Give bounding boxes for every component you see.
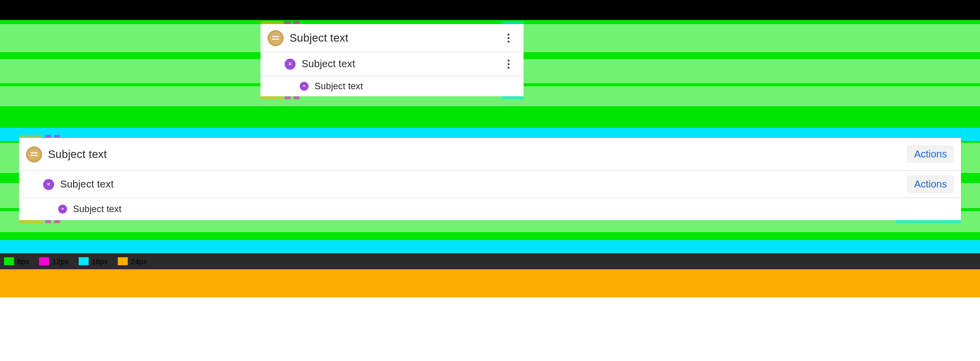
avatar-icon: = — [58, 205, 67, 214]
avatar-lines-icon — [272, 36, 279, 40]
more-options-button[interactable] — [501, 56, 517, 72]
legend-item: 24px — [118, 257, 147, 266]
row-subject: Subject text — [60, 178, 907, 190]
legend-swatch-cyan — [79, 257, 89, 265]
list-row[interactable]: Subject text Actions — [19, 138, 961, 171]
avatar-icon: = — [285, 59, 296, 70]
list-row[interactable]: = Subject text Actions — [19, 171, 961, 198]
trailing-actions: Actions — [907, 145, 954, 163]
more-options-button[interactable] — [501, 30, 517, 46]
legend-item: 8px — [4, 257, 29, 266]
row-subject: Subject text — [302, 58, 501, 70]
avatar-icon: = — [43, 179, 54, 190]
list-row[interactable]: = Subject text — [261, 76, 524, 96]
avatar-icon: = — [300, 82, 309, 91]
list-row[interactable]: = Subject text — [19, 198, 961, 220]
legend-bar: 8px 12px 16px 24px — [0, 253, 980, 269]
wide-list-section: Subject text Actions = Subject text Acti… — [0, 128, 980, 253]
legend-swatch-orange — [118, 257, 128, 265]
avatar-icon — [268, 30, 284, 46]
row-subject: Subject text — [48, 148, 907, 161]
cyan-band — [0, 240, 980, 253]
legend-item: 12px — [39, 257, 69, 266]
trailing-actions: Actions — [907, 175, 954, 193]
avatar-icon — [26, 146, 42, 162]
top-black-bar — [0, 0, 980, 20]
avatar-lines-icon — [31, 152, 38, 156]
actions-button[interactable]: Actions — [907, 175, 954, 193]
legend-swatch-green — [4, 257, 14, 265]
compact-list-section: Subject text = Subject text = Subject te… — [0, 20, 980, 128]
legend-label: 8px — [17, 257, 29, 266]
row-subject: Subject text — [73, 204, 954, 215]
legend-label: 12px — [52, 257, 69, 266]
legend-label: 24px — [131, 257, 147, 266]
list-row[interactable]: Subject text — [261, 24, 524, 52]
legend-item: 16px — [79, 257, 108, 266]
list-row[interactable]: = Subject text — [261, 52, 524, 76]
wide-list: Subject text Actions = Subject text Acti… — [19, 138, 961, 220]
row-subject: Subject text — [290, 32, 501, 45]
legend-label: 16px — [92, 257, 108, 266]
row-subject: Subject text — [315, 81, 517, 92]
legend-swatch-magenta — [39, 257, 49, 265]
compact-list: Subject text = Subject text = Subject te… — [261, 24, 524, 96]
actions-button[interactable]: Actions — [907, 145, 954, 163]
bottom-orange-bar — [0, 269, 980, 297]
